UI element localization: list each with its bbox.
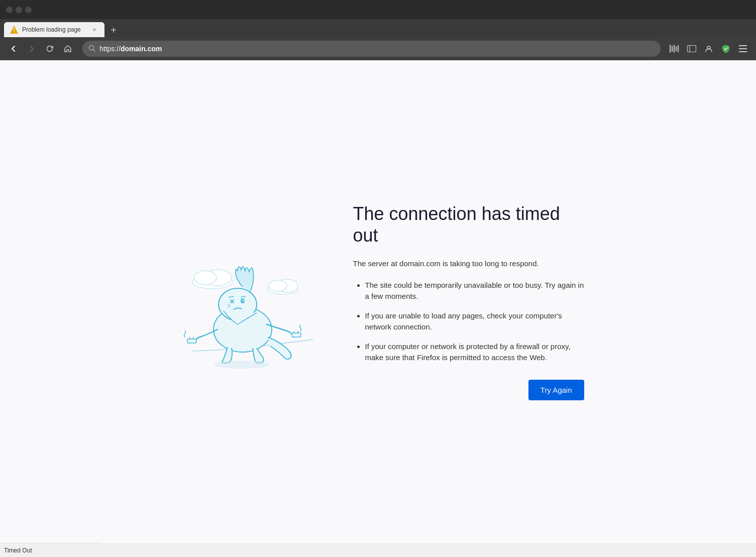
svg-point-33 [214, 361, 269, 369]
svg-rect-22 [187, 339, 196, 343]
nav-bar: https://domain.com [0, 37, 756, 60]
close-traffic-light[interactable] [6, 7, 13, 13]
search-icon [88, 45, 95, 53]
shield-icon[interactable] [719, 42, 733, 56]
svg-rect-1 [670, 45, 671, 53]
tab-close-button[interactable]: × [90, 26, 98, 34]
error-text: The connection has timed out The server … [353, 203, 584, 400]
maximize-traffic-light[interactable] [25, 7, 32, 13]
svg-point-0 [89, 45, 94, 50]
address-text: https://domain.com [99, 45, 162, 53]
status-text: Timed Out [4, 547, 32, 554]
status-bar: Timed Out [0, 543, 100, 557]
svg-point-32 [228, 304, 231, 308]
error-container: The connection has timed out The server … [152, 183, 604, 420]
svg-rect-3 [674, 45, 675, 53]
dino-illustration [172, 232, 313, 372]
svg-rect-6 [688, 46, 696, 52]
minimize-traffic-light[interactable] [16, 7, 22, 13]
profile-icon[interactable] [702, 42, 716, 56]
svg-point-17 [269, 280, 287, 291]
error-bullet-2: If you are unable to load any pages, che… [365, 310, 584, 333]
page-content: The connection has timed out The server … [0, 60, 756, 543]
svg-rect-5 [678, 45, 679, 52]
title-bar [0, 0, 756, 19]
home-button[interactable] [60, 41, 75, 56]
error-bullet-1: The site could be temporarily unavailabl… [365, 280, 584, 302]
error-title: The connection has timed out [353, 203, 584, 246]
try-again-button[interactable]: Try Again [528, 380, 584, 400]
new-tab-button[interactable]: + [106, 23, 121, 37]
forward-button[interactable] [24, 41, 39, 56]
svg-rect-25 [292, 333, 301, 337]
toolbar-right [668, 42, 750, 56]
reload-button[interactable] [42, 41, 57, 56]
error-bullet-3: If your computer or network is protected… [365, 341, 584, 364]
menu-icon[interactable] [736, 42, 750, 56]
svg-point-14 [194, 271, 217, 285]
error-description: The server at domain.com is taking too l… [353, 258, 584, 270]
svg-rect-2 [672, 46, 673, 52]
traffic-lights [6, 7, 32, 13]
library-icon[interactable] [668, 42, 682, 56]
back-button[interactable] [6, 41, 21, 56]
tab-bar: Problem loading page × + [0, 19, 756, 37]
tab-warning-icon [10, 26, 18, 34]
error-list: The site could be temporarily unavailabl… [353, 280, 584, 364]
svg-point-31 [242, 299, 244, 301]
sidebar-icon[interactable] [685, 42, 699, 56]
address-bar[interactable]: https://domain.com [82, 41, 661, 57]
active-tab[interactable]: Problem loading page × [4, 22, 104, 37]
svg-rect-4 [676, 46, 677, 51]
tab-title: Problem loading page [22, 26, 86, 33]
